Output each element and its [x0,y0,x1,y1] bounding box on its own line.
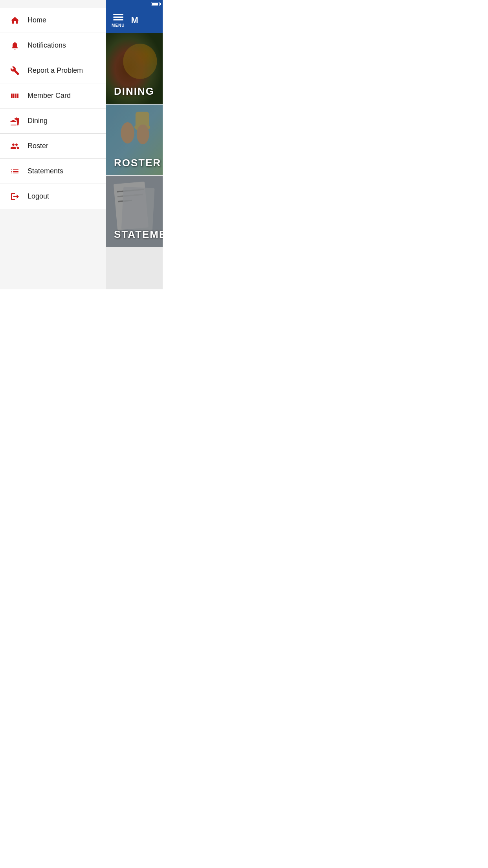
bell-icon [8,39,22,53]
battery-icon [151,2,160,6]
sidebar-item-membercard[interactable]: Member Card [0,83,106,108]
app-container: Home Notifications Report a Problem [0,0,163,289]
hamburger-line-3 [113,19,123,20]
sidebar-item-notifications-label: Notifications [28,41,66,50]
content-panel: MENU M [106,0,163,289]
sidebar-item-dining-label: Dining [28,117,48,125]
menu-hamburger-button[interactable]: MENU [112,14,125,28]
sidebar-drawer: Home Notifications Report a Problem [0,0,106,289]
sidebar-header [0,0,106,8]
sidebar-item-membercard-label: Member Card [28,92,71,100]
tiles-container: DINING [106,33,163,289]
sidebar-item-home[interactable]: Home [0,8,106,33]
tile-statements[interactable]: STATEMENTS [106,176,163,247]
sidebar-item-notifications[interactable]: Notifications [0,33,106,58]
nav-title: M [131,15,138,26]
sidebar-item-logout-label: Logout [28,192,49,200]
wrench-icon [8,64,22,78]
battery-fill [152,3,158,6]
tile-roster-label: ROSTER [114,157,161,169]
tile-statements-label: STATEMENTS [114,228,163,241]
sidebar-item-dining[interactable]: Dining [0,108,106,134]
person-icon [8,139,22,153]
hamburger-line-1 [113,14,123,15]
sidebar-item-home-label: Home [28,16,46,24]
home-icon [8,13,22,28]
tile-dining[interactable]: DINING [106,33,163,104]
tile-dining-label: DINING [114,85,154,97]
fork-knife-icon [8,114,22,128]
logout-icon [8,189,22,204]
sidebar-item-roster-label: Roster [28,142,48,150]
sidebar-item-report-label: Report a Problem [28,66,83,75]
tile-roster[interactable]: ROSTER [106,105,163,175]
sidebar-item-statements[interactable]: Statements [0,159,106,184]
sidebar-item-statements-label: Statements [28,167,63,175]
top-nav: MENU M [106,8,163,33]
menu-label: MENU [112,23,125,28]
sidebar-item-report[interactable]: Report a Problem [0,58,106,83]
sidebar-item-logout[interactable]: Logout [0,184,106,209]
sidebar-item-roster[interactable]: Roster [0,134,106,159]
hamburger-line-2 [113,17,123,18]
barcode-icon [8,89,22,103]
status-bar [106,0,163,8]
list-icon [8,164,22,178]
